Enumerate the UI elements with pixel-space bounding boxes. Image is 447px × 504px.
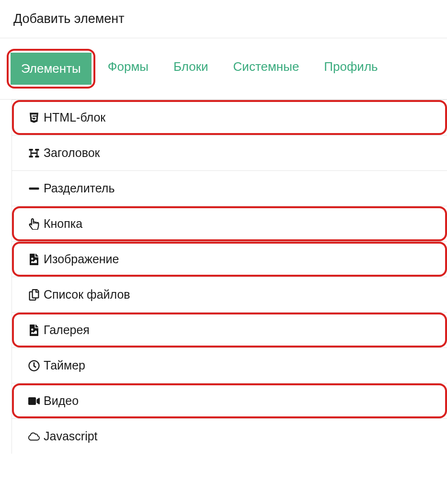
elements-list: HTML-блок Заголовок Разделитель (11, 100, 447, 454)
list-item-wrapper: Изображение (12, 241, 447, 277)
highlight-frame: HTML-блок (12, 100, 447, 135)
list-item-label: Кнопка (44, 217, 82, 231)
image-icon (27, 325, 41, 336)
highlight-frame: Видео (12, 383, 447, 418)
list-item-wrapper: Javascript (12, 418, 447, 454)
list-item-javascript[interactable]: Javascript (14, 421, 445, 452)
copy-icon (27, 289, 41, 301)
list-item-heading[interactable]: Заголовок (14, 137, 445, 168)
list-item-timer[interactable]: Таймер (14, 350, 445, 381)
list-item-label: Изображение (44, 252, 119, 266)
item-wrapper: Список файлов (12, 277, 447, 312)
list-item-divider[interactable]: Разделитель (14, 173, 445, 204)
list-item-label: Список файлов (44, 288, 130, 302)
html5-icon (27, 112, 41, 123)
list-item-gallery[interactable]: Галерея (16, 316, 443, 344)
list-item-file-list[interactable]: Список файлов (14, 279, 445, 310)
item-wrapper: Заголовок (12, 135, 447, 170)
heading-icon (27, 147, 41, 159)
dialog-title: Добавить элемент (0, 0, 447, 38)
item-wrapper: Javascript (12, 419, 447, 454)
tab-forms[interactable]: Формы (97, 51, 159, 83)
list-item-label: Заголовок (44, 146, 100, 160)
item-wrapper: Разделитель (12, 171, 447, 206)
list-item-wrapper: Кнопка (12, 206, 447, 241)
tab-elements[interactable]: Элементы (11, 53, 92, 85)
list-item-wrapper: Список файлов (12, 277, 447, 312)
tab-wrapper-profile: Профиль (311, 49, 390, 89)
list-item-html-block[interactable]: HTML-блок (16, 104, 443, 131)
tab-wrapper-forms: Формы (95, 49, 161, 89)
list-item-label: Видео (44, 394, 79, 408)
list-item-label: Разделитель (44, 181, 115, 195)
list-item-wrapper: Галерея (12, 312, 447, 347)
list-item-wrapper: Видео (12, 383, 447, 418)
hand-pointer-icon (27, 218, 41, 230)
tab-system[interactable]: Системные (223, 51, 310, 83)
image-icon (27, 254, 41, 265)
list-item-wrapper: Разделитель (12, 170, 447, 206)
highlight-frame: Галерея (12, 313, 447, 347)
highlight-frame: Кнопка (12, 206, 447, 241)
list-item-video[interactable]: Видео (16, 387, 443, 414)
tabs-bar: Элементы Формы Блоки Системные Профиль (0, 38, 447, 100)
clock-icon (27, 360, 41, 371)
list-item-label: Таймер (44, 358, 85, 372)
list-item-image[interactable]: Изображение (16, 246, 443, 273)
minus-icon (27, 183, 41, 194)
tab-wrapper-system: Системные (221, 49, 312, 89)
list-item-label: HTML-блок (44, 111, 105, 124)
tab-wrapper-elements: Элементы (7, 49, 95, 89)
tab-profile[interactable]: Профиль (313, 51, 388, 83)
list-item-wrapper: Таймер (12, 347, 447, 383)
list-item-label: Галерея (44, 323, 90, 337)
highlight-frame: Изображение (12, 242, 447, 277)
item-wrapper: Таймер (12, 348, 447, 383)
tab-blocks[interactable]: Блоки (163, 51, 219, 83)
tab-wrapper-blocks: Блоки (161, 49, 221, 89)
video-icon (27, 395, 41, 407)
list-item-wrapper: HTML-блок (12, 100, 447, 135)
list-item-wrapper: Заголовок (12, 135, 447, 170)
list-item-button[interactable]: Кнопка (16, 210, 443, 237)
cloud-icon (27, 431, 41, 442)
list-item-label: Javascript (44, 429, 98, 443)
